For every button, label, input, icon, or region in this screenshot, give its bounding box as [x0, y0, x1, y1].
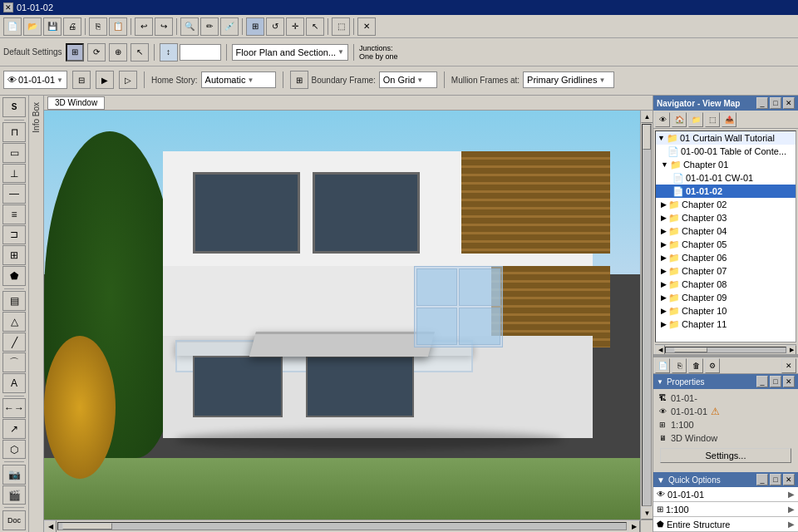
play-btn-2[interactable]: ▷: [119, 71, 137, 89]
view-mode-btn-3[interactable]: ⊕: [109, 43, 127, 62]
prop-close-btn[interactable]: ✕: [781, 358, 796, 373]
qo-row-2[interactable]: ⊞ 1:100 ▶: [653, 502, 798, 517]
prop-settings-btn[interactable]: ⚙: [705, 358, 720, 373]
section-view-btn[interactable]: ⊟: [72, 71, 91, 89]
info-text-btn[interactable]: Doc: [2, 510, 26, 530]
dimension-tool-btn[interactable]: ←→: [2, 398, 26, 418]
column-tool-btn[interactable]: ⊥: [2, 164, 26, 184]
h-scrollbar[interactable]: ◀ ▶: [44, 520, 640, 532]
scroll-left-btn[interactable]: ◀: [44, 520, 57, 533]
prop-ctrl-1[interactable]: _: [756, 376, 768, 387]
new-button[interactable]: 📄: [3, 17, 22, 36]
rotate-button[interactable]: ↺: [266, 17, 284, 36]
tree-item-toc[interactable]: 📄 01-00-01 Table of Conte...: [656, 145, 796, 158]
print-button[interactable]: 🖨: [63, 17, 81, 36]
poly-tool-btn[interactable]: △: [2, 312, 26, 332]
prop-delete-btn[interactable]: 🗑: [688, 358, 703, 373]
pencil-button[interactable]: ✏: [200, 17, 219, 36]
zone-tool-btn[interactable]: ⬡: [2, 440, 26, 460]
info-box-label[interactable]: Info Box: [32, 102, 41, 133]
qo-ctrl-1[interactable]: _: [756, 474, 768, 485]
qo-row-1[interactable]: 👁 01-01-01 ▶: [653, 487, 798, 502]
tree-item-ch06[interactable]: ▶ 📁 Chapter 06: [656, 251, 796, 264]
curtain-btn[interactable]: ⬚: [332, 17, 350, 36]
scroll-thumb-v[interactable]: [643, 125, 651, 150]
scroll-up-btn[interactable]: ▲: [641, 111, 653, 123]
tree-scroll-thumb[interactable]: [674, 347, 707, 352]
view-mode-btn-1[interactable]: ⊞: [66, 43, 84, 62]
stair-tool-btn[interactable]: ≡: [2, 204, 26, 224]
scroll-right-btn[interactable]: ▶: [628, 520, 640, 533]
slab-tool-btn[interactable]: ▭: [2, 143, 26, 163]
redo-button[interactable]: ↪: [155, 17, 173, 36]
on-grid-dropdown[interactable]: On Grid ▼: [379, 71, 437, 88]
settings-button[interactable]: Settings...: [660, 448, 791, 463]
x-btn[interactable]: ✕: [357, 17, 376, 36]
text-tool-btn[interactable]: A: [2, 373, 26, 393]
tree-item-ch08[interactable]: ▶ 📁 Chapter 08: [656, 278, 796, 291]
window-tool-btn[interactable]: ⊞: [2, 245, 26, 265]
viewport-tab-3d[interactable]: 3D Window: [47, 96, 105, 110]
save-button[interactable]: 💾: [43, 17, 62, 36]
tree-scroll-left[interactable]: ◀: [655, 345, 665, 355]
tree-item-ch03[interactable]: ▶ 📁 Chapter 03: [656, 211, 796, 224]
nav-home-btn[interactable]: 🏠: [672, 112, 687, 127]
nav-minimize-btn[interactable]: _: [756, 97, 768, 109]
scroll-down-btn[interactable]: ▼: [641, 507, 653, 520]
prop-copy-btn[interactable]: ⎘: [672, 358, 687, 373]
tree-hscroll[interactable]: ◀ ▶: [655, 344, 796, 354]
nav-folder-btn[interactable]: 📁: [688, 112, 703, 127]
v-scrollbar[interactable]: ▲ ▼: [640, 111, 653, 520]
prop-ctrl-close[interactable]: ✕: [783, 376, 795, 387]
nav-layout-btn[interactable]: ⬚: [705, 112, 720, 127]
snap-button[interactable]: ⊞: [246, 17, 264, 36]
nav-publish-btn[interactable]: 📤: [722, 112, 736, 127]
tree-item-ch09[interactable]: ▶ 📁 Chapter 09: [656, 291, 796, 304]
door-tool-btn[interactable]: ⊐: [2, 225, 26, 245]
beam-tool-btn[interactable]: —: [2, 184, 26, 204]
search-button[interactable]: 🔍: [180, 17, 199, 36]
move-button[interactable]: ✛: [286, 17, 304, 36]
viewport-3d[interactable]: ▲ ▼ ◀ ▶: [44, 111, 653, 532]
tree-item-cw01[interactable]: 📄 01-01-01 CW-01: [656, 171, 796, 185]
paste-button[interactable]: 📋: [109, 17, 127, 36]
tree-item-ch05[interactable]: ▶ 📁 Chapter 05: [656, 238, 796, 251]
wall-tool-btn[interactable]: ⊓: [2, 122, 26, 142]
play-btn[interactable]: ▶: [96, 71, 114, 89]
select-button[interactable]: ↖: [306, 17, 324, 36]
view-mode-btn-2[interactable]: ⟳: [87, 43, 106, 62]
tree-item-ch04[interactable]: ▶ 📁 Chapter 04: [656, 224, 796, 238]
select-tool-btn[interactable]: S: [2, 97, 26, 117]
tree-item-ch07[interactable]: ▶ 📁 Chapter 07: [656, 264, 796, 278]
object-tool-btn[interactable]: ⬟: [2, 266, 26, 286]
render-tool-btn[interactable]: 🎬: [2, 485, 26, 505]
tree-item-root[interactable]: ▼ 📁 01 Curtain Wall Tutorial: [656, 131, 796, 145]
camera-tool-btn[interactable]: 📷: [2, 465, 26, 485]
fill-tool-btn[interactable]: ▤: [2, 291, 26, 311]
view-mode-btn-4[interactable]: ↖: [131, 43, 149, 62]
eyedrop-button[interactable]: 💉: [220, 17, 239, 36]
line-tool-btn[interactable]: ╱: [2, 332, 26, 352]
nav-maximize-btn[interactable]: □: [770, 97, 781, 109]
tree-scroll-right[interactable]: ▶: [786, 345, 796, 355]
nav-view-btn[interactable]: 👁: [655, 112, 670, 127]
floor-plan-dropdown[interactable]: Floor Plan and Section... ▼: [232, 44, 348, 61]
automatic-dropdown[interactable]: Automatic ▼: [201, 71, 276, 88]
tree-item-ch02[interactable]: ▶ 📁 Chapter 02: [656, 198, 796, 211]
qo-ctrl-close[interactable]: ✕: [783, 474, 795, 485]
arc-tool-btn[interactable]: ⌒: [2, 352, 26, 372]
primary-gridlines-dropdown[interactable]: Primary Gridlines ▼: [523, 71, 614, 88]
undo-button[interactable]: ↩: [135, 17, 153, 36]
tree-item-ch01[interactable]: ▼ 📁 Chapter 01: [656, 158, 796, 171]
tree-item-ch10[interactable]: ▶ 📁 Chapter 10: [656, 304, 796, 318]
height-input[interactable]: 300: [180, 44, 221, 61]
close-button[interactable]: ✕: [3, 2, 13, 12]
qo-ctrl-2[interactable]: □: [770, 474, 781, 485]
copy-button[interactable]: ⎘: [89, 17, 107, 36]
qo-row-3[interactable]: ⬟ Entire Structure ▶: [653, 517, 798, 532]
label-tool-btn[interactable]: ↗: [2, 419, 26, 439]
tree-item-ch11[interactable]: ▶ 📁 Chapter 11: [656, 318, 796, 331]
scroll-thumb-h[interactable]: [62, 523, 112, 530]
open-button[interactable]: 📂: [23, 17, 42, 36]
tree-item-selected[interactable]: 📄 01-01-02: [656, 185, 796, 198]
